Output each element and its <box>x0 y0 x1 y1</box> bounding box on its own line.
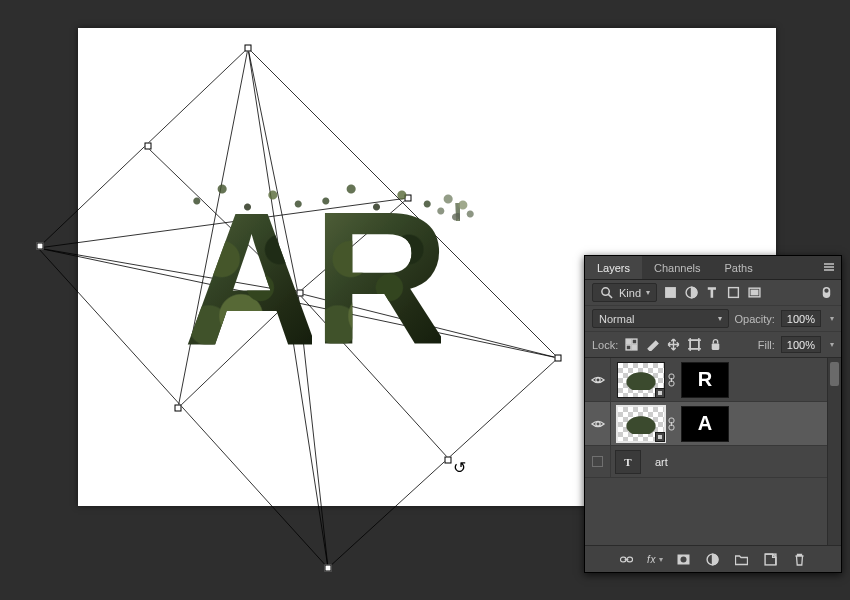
new-layer-icon[interactable] <box>763 551 779 567</box>
filter-smart-icon[interactable] <box>747 285 762 300</box>
add-mask-icon[interactable] <box>676 551 692 567</box>
tab-paths[interactable]: Paths <box>713 256 765 279</box>
svg-rect-15 <box>632 339 637 344</box>
visibility-toggle[interactable] <box>585 358 611 401</box>
tab-layers[interactable]: Layers <box>585 256 642 279</box>
svg-rect-13 <box>626 339 631 344</box>
opacity-label: Opacity: <box>735 313 775 325</box>
filter-kind-label: Kind <box>619 287 641 299</box>
lock-pixels-icon[interactable] <box>645 337 660 352</box>
layer-thumbnail[interactable] <box>617 362 665 398</box>
artwork-text: A R ' <box>183 183 460 373</box>
link-layers-icon[interactable] <box>618 551 634 567</box>
transform-handle[interactable] <box>175 405 182 412</box>
svg-point-3 <box>602 288 609 295</box>
panel-menu-icon[interactable] <box>817 262 841 274</box>
chevron-down-icon[interactable]: ▾ <box>830 340 834 349</box>
layer-row[interactable]: R <box>585 358 841 402</box>
lock-position-icon[interactable] <box>666 337 681 352</box>
adjustment-layer-icon[interactable] <box>705 551 721 567</box>
svg-point-12 <box>824 289 828 293</box>
lock-all-icon[interactable] <box>708 337 723 352</box>
search-icon <box>599 285 614 300</box>
filter-toggle-icon[interactable] <box>819 285 834 300</box>
filter-shape-icon[interactable] <box>726 285 741 300</box>
layer-name[interactable]: art <box>655 456 668 468</box>
svg-line-4 <box>608 294 612 298</box>
svg-rect-14 <box>632 345 637 350</box>
visibility-toggle[interactable] <box>585 402 611 445</box>
type-layer-icon: T <box>615 450 641 474</box>
transform-handle[interactable] <box>405 195 412 202</box>
layer-row[interactable]: A <box>585 402 841 446</box>
transform-handle[interactable] <box>145 143 152 150</box>
svg-rect-10 <box>751 290 758 294</box>
layer-mask-thumbnail[interactable]: A <box>681 406 729 442</box>
layer-style-icon[interactable]: fx <box>647 554 656 565</box>
layer-filter-row: Kind ▾ T <box>585 280 841 306</box>
fill-label: Fill: <box>758 339 775 351</box>
blend-mode-row: Normal ▾ Opacity: 100% ▾ <box>585 306 841 332</box>
group-layers-icon[interactable] <box>734 551 750 567</box>
filter-type-icon[interactable]: T <box>705 285 720 300</box>
svg-point-23 <box>595 377 599 381</box>
layers-panel-footer: fx▾ <box>585 545 841 572</box>
transform-center-handle[interactable] <box>297 290 304 297</box>
filter-pixel-icon[interactable] <box>663 285 678 300</box>
chevron-down-icon: ▾ <box>646 288 650 297</box>
transform-handle[interactable] <box>555 355 562 362</box>
svg-text:T: T <box>708 286 715 299</box>
layer-row[interactable]: T art <box>585 446 841 478</box>
svg-rect-17 <box>690 340 699 349</box>
layers-list: R A T art <box>585 358 841 545</box>
layer-thumbnail[interactable] <box>617 406 665 442</box>
lock-row: Lock: Fill: 100% ▾ <box>585 332 841 358</box>
filter-kind-select[interactable]: Kind ▾ <box>592 283 657 302</box>
lock-transparent-icon[interactable] <box>624 337 639 352</box>
transform-handle[interactable] <box>325 565 332 572</box>
rotate-cursor-icon: ↺ <box>453 458 466 477</box>
chevron-down-icon: ▾ <box>718 314 722 323</box>
delete-layer-icon[interactable] <box>792 551 808 567</box>
chevron-down-icon[interactable]: ▾ <box>659 555 663 564</box>
transform-handle[interactable] <box>37 243 44 250</box>
svg-rect-8 <box>729 288 739 298</box>
glyph-apostrophe: ' <box>451 193 460 263</box>
lock-label: Lock: <box>592 339 618 351</box>
fill-value[interactable]: 100% <box>781 336 821 353</box>
scrollbar[interactable] <box>827 358 841 545</box>
lock-artboard-icon[interactable] <box>687 337 702 352</box>
blend-mode-select[interactable]: Normal ▾ <box>592 309 729 328</box>
visibility-toggle[interactable] <box>585 446 611 477</box>
svg-point-35 <box>681 556 687 562</box>
svg-rect-16 <box>626 345 631 350</box>
filter-adjust-icon[interactable] <box>684 285 699 300</box>
transform-handle[interactable] <box>245 45 252 52</box>
blend-mode-value: Normal <box>599 313 634 325</box>
svg-rect-5 <box>665 287 676 298</box>
transform-handle[interactable] <box>445 457 452 464</box>
svg-rect-22 <box>712 343 720 350</box>
tab-channels[interactable]: Channels <box>642 256 712 279</box>
svg-point-27 <box>595 421 599 425</box>
panel-tabstrip: Layers Channels Paths <box>585 256 841 280</box>
chevron-down-icon[interactable]: ▾ <box>830 314 834 323</box>
opacity-value[interactable]: 100% <box>781 310 821 327</box>
layers-panel: Layers Channels Paths Kind ▾ T Normal ▾ … <box>584 255 842 573</box>
glyph-r: R <box>312 183 441 373</box>
mask-link-icon[interactable] <box>665 417 677 431</box>
layer-mask-thumbnail[interactable]: R <box>681 362 729 398</box>
mask-link-icon[interactable] <box>665 373 677 387</box>
glyph-a: A <box>183 183 312 373</box>
